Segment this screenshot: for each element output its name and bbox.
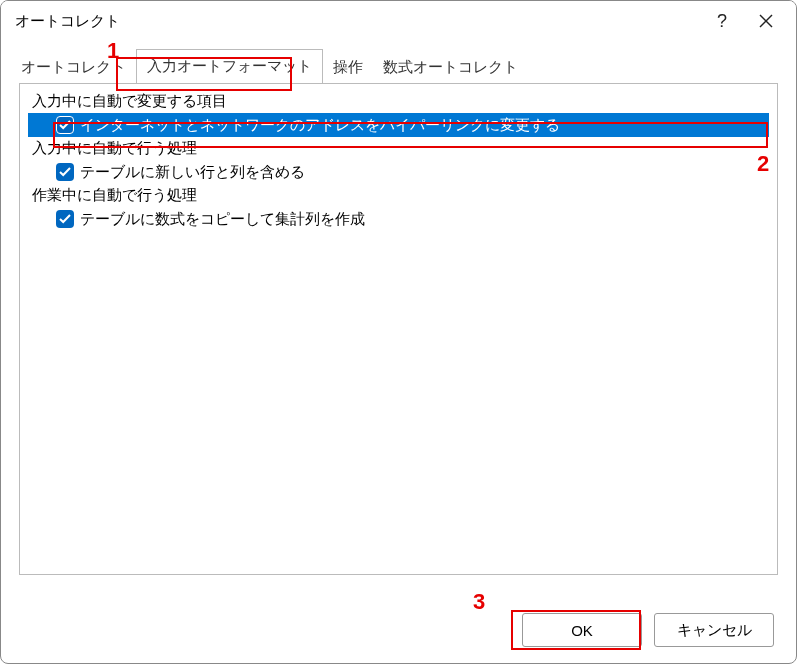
group-label-apply-typing: 入力中に自動で行う処理 xyxy=(24,137,773,160)
option-table-rows-cols-label: テーブルに新しい行と列を含める xyxy=(80,163,305,182)
ok-button[interactable]: OK xyxy=(522,613,642,647)
option-table-formulas[interactable]: テーブルに数式をコピーして集計列を作成 xyxy=(24,207,773,231)
dialog-buttons: OK キャンセル xyxy=(522,613,774,647)
group-label-apply-working: 作業中に自動で行う処理 xyxy=(24,184,773,207)
close-button[interactable] xyxy=(744,1,788,41)
tab-actions[interactable]: 操作 xyxy=(323,51,373,84)
option-hyperlinks-label: インターネットとネットワークのアドレスをハイパーリンクに変更する xyxy=(80,116,560,135)
option-hyperlinks[interactable]: インターネットとネットワークのアドレスをハイパーリンクに変更する xyxy=(28,113,769,137)
close-icon xyxy=(759,14,773,28)
titlebar: オートコレクト ? xyxy=(1,1,796,41)
tab-math-autocorrect[interactable]: 数式オートコレクト xyxy=(373,51,528,84)
group-label-replace: 入力中に自動で変更する項目 xyxy=(24,90,773,113)
option-table-rows-cols[interactable]: テーブルに新しい行と列を含める xyxy=(24,160,773,184)
checkbox-icon xyxy=(56,210,74,228)
annotation-number-3: 3 xyxy=(473,589,485,615)
checkbox-icon xyxy=(56,163,74,181)
option-table-formulas-label: テーブルに数式をコピーして集計列を作成 xyxy=(80,210,365,229)
help-button[interactable]: ? xyxy=(700,1,744,41)
tab-autoformat-input[interactable]: 入力オートフォーマット xyxy=(136,49,323,84)
cancel-button[interactable]: キャンセル xyxy=(654,613,774,647)
tab-strip: オートコレクト 入力オートフォーマット 操作 数式オートコレクト xyxy=(1,47,796,83)
content-area: 入力中に自動で変更する項目 インターネットとネットワークのアドレスをハイパーリン… xyxy=(19,83,778,575)
tab-autocorrect[interactable]: オートコレクト xyxy=(11,51,136,84)
checkbox-icon xyxy=(56,116,74,134)
window-title: オートコレクト xyxy=(15,12,700,31)
